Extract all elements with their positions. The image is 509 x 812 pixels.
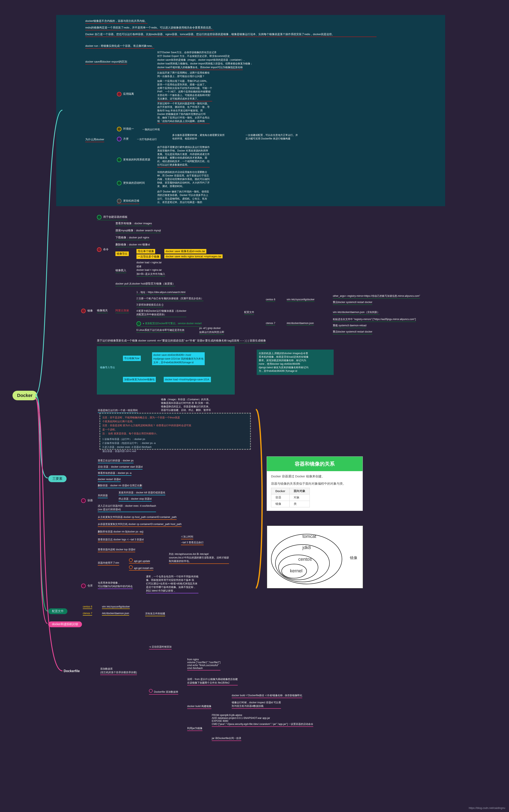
ctn-start: 启动 容器：docker container start 容器id (98, 465, 142, 470)
cfg-c7-note: 没有改文件则创建 (145, 612, 165, 616)
c7cmd: /etc/docker/daemon.json (286, 322, 314, 326)
basics-l3: Docker 自己是一个容器。您也可以运行各种容器。比如redis容器、ngin… (85, 32, 376, 37)
c6: centos 6 (266, 298, 275, 302)
io-note-right: 在新的机器上,用载好的docker images会令查 看本机的镜像，检查是否有… (257, 349, 334, 375)
c7: ctenos 7 (266, 322, 275, 326)
gray-l3: 3 进入容器：docker exec -it 容器id /bin/bash (102, 445, 248, 449)
yellow-dot-icon (117, 127, 122, 131)
mps2: 如果运行的有阿里云即 (199, 330, 224, 335)
s5[interactable]: ● 更新配置后Docker即可重启。service docker restart (136, 321, 202, 327)
df-add-grp: 添加数据库 (宿主机的某个目录挂载目录挂载) (100, 667, 137, 675)
three-warn-box: 注意：容不是进程，不能用镜像的概念去，因为一个容器一个linux就是 个双系统同… (99, 413, 251, 450)
mirr-rel-pull: docker pull 从docker hub获取官方镜像（速度慢） (115, 282, 175, 286)
c7r2: 粘贴进去在文件中 "registry-mirrors":["https://aa… (333, 318, 416, 322)
why-resource-t: 由于容器不需要进行硬件虚拟以及运行完整操作 系统等额外开销。Docker 对系统… (157, 146, 210, 168)
mirr-forcreate: 用于创建容器的模板 (97, 215, 128, 220)
df-build-r1: docker build -f Dockerfile路径 -t 作者/镜像名称 … (232, 694, 302, 698)
gray-l2: 2 设备所有容器（包括非运行中）：docker ps -a (102, 441, 248, 445)
why-convenient-t2: 一次创建或配置，可以在任意地方正常运行。并 且大幅可买用 Dockerfile … (245, 134, 298, 141)
ctn-cp1: 从主机复制文件到容器 docker cp host_path container… (98, 515, 177, 520)
mirror-io-note: 镜像导入导出 导出镜像为tar docker save eb40dc9640f8… (97, 346, 235, 395)
green-dot-icon-3 (97, 215, 102, 219)
cfg-c6-cmd: vim /etc/sysconfig/docker (102, 605, 130, 609)
branch-config[interactable]: 配置文件 (48, 608, 67, 614)
mirr-exp1l: 导出单个镜像 (136, 249, 155, 254)
warn-l3: 注意：容器是进程 那为什么又能死进程刚系统？ 你查看运行中的容器时会进可就 (102, 423, 248, 428)
mirr-cmds-label[interactable]: 命令 (97, 247, 109, 252)
why-convenient-sub: 一次打包多处运行 (137, 138, 157, 141)
mps: ps -ef | grep docker (199, 327, 221, 330)
cfg-c7: ctenos 7 (83, 612, 92, 616)
c6r2: 重启docker systemctl restart docker (333, 300, 372, 305)
io-im-r: docker load </root/mydjango-save-1014. (164, 377, 211, 382)
mirr-export-grp: 镜像导出 (115, 252, 129, 256)
save-export-label: docker save和docker export的区别 (85, 60, 127, 65)
nested-l2: jdk8 (302, 545, 311, 550)
df-build-r2: 镜像运行时候，docker inspect 容器id 可以看 到与宿主机与容器i… (232, 701, 281, 709)
ctn-close2: 停止容器：docker stop 容器id (118, 497, 151, 502)
ctn-ps: 查看正在运行的容器：docker ps (98, 459, 134, 463)
ctn-vim-l: 容器内使用不了vim (98, 561, 119, 565)
nested-l1: tomcat (302, 534, 316, 539)
gray-dot-icon (117, 199, 122, 203)
c7r1: vim /etc/docker/daemon.json（没有则新） (333, 310, 380, 315)
why-env: 环境统一 (117, 127, 134, 131)
mirr-imp4: 加i>和--是从文件作为输入 (136, 272, 165, 276)
right-nested-card: tomcat jdk8 centos kernel 镜像 (267, 525, 363, 589)
why-fast-t: 传统的虚拟机技术启动应用服务往往需要数分 钟，而 Docker 容器应用。由于直… (157, 171, 210, 188)
radio-icon-2 (129, 565, 133, 569)
c6cmd: vim /etc/sysconfig/docker (286, 298, 314, 302)
container-label[interactable]: 容器 (81, 499, 93, 503)
df-jar-r1: FROM openjdk:8-jdk-alpine ADD database-p… (212, 714, 313, 727)
io-im-l: 加载tar恢复为docker镜像包 (123, 377, 156, 382)
mirr-exp2l: 一次导出多个镜像 (136, 254, 161, 259)
df-add1: -v 启动容器时候添加 (149, 645, 172, 650)
ctn-close-grp: 关闭容器 (98, 494, 108, 498)
why-resource: 更有效的利用系统资源 (117, 157, 150, 162)
mirr-imp2: 或者 (136, 265, 141, 268)
ctn-vim-a: apt-get update (129, 558, 150, 563)
three-t1: 容器是独立运行的一个或一组应用间 (98, 409, 138, 413)
right-card-relation: 容器和镜像的关系 Docker 容器通过 Docker 镜像来创建。 容器与镜像… (267, 456, 363, 511)
right-card-table: Docker面向对象 容器对象 镜像类 (271, 488, 310, 507)
branch-three-elements[interactable]: 三要素 (48, 475, 67, 482)
io-ex-r: docker save eb40dc9640f8> /root/ mydjang… (152, 352, 205, 365)
save-export-t5: docker load不能对载入的镜像重命名。而docker import可以为… (157, 66, 243, 70)
mirr-list: 查看所有镜像：docker images (115, 222, 152, 226)
mirr-rm: 删除镜像：docker rmi 镜像id (115, 243, 150, 247)
branch-dvsvm[interactable]: docker和虚拟机比较 (48, 621, 82, 627)
basics-panel (56, 15, 445, 206)
why-fast: 更快速的启动时间 (117, 181, 145, 185)
basics-l4: docker run：将镜像实例化成一个容器。有点像对象new。 (85, 44, 154, 49)
repo-label[interactable]: 仓库 (81, 584, 93, 588)
ctn-logs-r1: -t 加上时间 (181, 535, 193, 539)
warn-l4: 是一个进程。 (102, 428, 248, 432)
red-dot-icon-2 (81, 309, 86, 313)
mirr-commit: 基于运行的镜像重新生成一个镜像 docker commit -m="要提交的描述… (97, 339, 266, 343)
right-card-title: 容器和镜像的关系 (267, 456, 363, 471)
s4: 4 配置卡机Docker运行镜像加速器（右docker 的配置文件中修改或添加） (136, 309, 186, 317)
branch-dockerfile[interactable]: Dockerfile (64, 669, 80, 673)
mirror-label[interactable]: 镜像 (81, 309, 93, 313)
why-isolation-t1: 比如说开发了两个应用网站，这两个应用依赖有 同一台服务器上，那可能会出现什么问题… (157, 71, 210, 78)
right-card-rel: 容器与镜像的关系类似于面向对象编程中的对象与类。 (271, 482, 359, 486)
why-label: 为什么用docker (85, 138, 104, 142)
cfg-c6: centos 6 (83, 605, 92, 609)
root-node[interactable]: Docker (12, 391, 37, 400)
basics-l1: docker镜像是不含内核的，容器与宿主机共享内核。 (85, 19, 147, 24)
ctn-psall-l: 查看所有的容器：docker ps -a (98, 471, 132, 476)
why-convenient: 方便 (117, 137, 129, 141)
green-dot-icon (117, 157, 122, 162)
nested-l3: centos (298, 557, 312, 562)
ctn-cp2: 从容器里面复制文件到主机 docker cp containerID:conta… (98, 522, 181, 527)
s3: 3 获得加速链接后点击 () (136, 303, 163, 307)
s2: 2 注册一个账户自己有专属的加速链接（实测不需这步也有） (136, 297, 203, 301)
df-build-l: docker build 构建镜像 (187, 705, 211, 709)
c7r4: 重启docker systemctl restart docker (333, 330, 372, 334)
ctn-logs-r2: --tail 3 查看后边执行 (181, 541, 204, 545)
warn-l2: 个双系统同时运行两个应用。 (102, 419, 248, 423)
ctn-vim-b: apt-get install vim (129, 565, 153, 570)
cfg-label: 配置文件 (244, 310, 254, 315)
purple-dot-icon (117, 137, 122, 141)
df-add2r2: 说明：from 是以什么镜像为基础镜像然后创建 在该镜像下创建两个文件夹 fil… (187, 677, 238, 686)
